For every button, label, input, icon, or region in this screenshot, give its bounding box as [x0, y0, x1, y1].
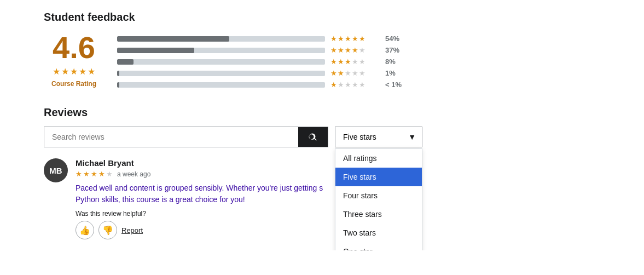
bar-star-3-5: ★ [359, 58, 365, 66]
search-button[interactable] [298, 127, 328, 147]
bar-star-4-1: ★ [330, 46, 337, 54]
review-star-2: ★ [83, 170, 90, 178]
bar-row-1: ★★★★★< 1% [117, 81, 600, 89]
bar-star-1-5: ★ [359, 81, 365, 89]
bar-star-5-4: ★ [352, 35, 358, 43]
search-icon [308, 132, 318, 142]
thumbs-up-button[interactable]: 👍 [76, 221, 94, 239]
star-1: ★ [53, 66, 60, 77]
thumbs-down-icon: 👎 [102, 225, 113, 236]
bar-fill-2 [117, 71, 119, 76]
bar-star-3-2: ★ [338, 58, 344, 66]
bar-star-1-1: ★ [330, 81, 337, 89]
bar-star-2-1: ★ [330, 69, 337, 77]
bar-star-4-5: ★ [359, 46, 365, 54]
thumbs-down-button[interactable]: 👎 [98, 221, 117, 239]
rating-bars: ★★★★★54%★★★★★37%★★★★★8%★★★★★1%★★★★★< 1% [117, 32, 600, 89]
bar-star-1-4: ★ [352, 81, 358, 89]
bar-pct-1: < 1% [385, 81, 402, 89]
bar-star-4-2: ★ [338, 46, 344, 54]
rating-summary: 4.6 ★ ★ ★ ★ ★ Course Rating [44, 32, 104, 88]
bar-star-2-5: ★ [359, 69, 365, 77]
bar-stars-3: ★★★★★ [330, 58, 380, 66]
bar-fill-5 [117, 36, 229, 42]
ratings-select[interactable]: All ratingsFive starsFour starsThree sta… [335, 127, 422, 147]
course-rating-label: Course Rating [51, 80, 96, 88]
bar-track-2 [117, 71, 325, 76]
bar-star-5-1: ★ [330, 35, 337, 43]
review-time: a week ago [117, 170, 150, 178]
ratings-filter-container: All ratingsFive starsFour starsThree sta… [335, 127, 422, 147]
dropdown-item[interactable]: Five stars [335, 168, 422, 186]
star-2: ★ [61, 66, 69, 77]
bar-stars-1: ★★★★★ [330, 81, 380, 89]
dropdown-item[interactable]: One star [335, 242, 422, 250]
avatar: MB [44, 158, 68, 182]
star-4: ★ [79, 66, 86, 77]
reviews-title: Reviews [44, 106, 600, 119]
review-text: Paced well and content is grouped sensib… [76, 182, 338, 205]
bar-row-4: ★★★★★37% [117, 46, 600, 54]
bar-star-2-2: ★ [338, 69, 344, 77]
report-link[interactable]: Report [121, 226, 143, 234]
bar-star-3-3: ★ [345, 58, 351, 66]
summary-stars: ★ ★ ★ ★ ★ [53, 66, 95, 77]
bar-row-3: ★★★★★8% [117, 58, 600, 66]
bar-pct-2: 1% [385, 69, 402, 77]
review-star-5: ★ [106, 170, 113, 178]
bar-star-3-1: ★ [330, 58, 337, 66]
bar-star-2-4: ★ [352, 69, 358, 77]
bar-row-2: ★★★★★1% [117, 69, 600, 77]
bar-star-4-3: ★ [345, 46, 351, 54]
bar-star-2-3: ★ [345, 69, 351, 77]
review-star-3: ★ [91, 170, 97, 178]
big-rating-value: 4.6 [53, 32, 95, 63]
ratings-dropdown-menu: All ratingsFive starsFour starsThree sta… [335, 148, 422, 250]
review-card: MB Michael Bryant ★ ★ ★ ★ ★ a week ago P… [44, 158, 600, 239]
feedback-section-title: Student feedback [44, 11, 600, 24]
bar-fill-1 [117, 82, 119, 88]
review-stars: ★ ★ ★ ★ ★ [76, 170, 113, 178]
search-filter-row: All ratingsFive starsFour starsThree sta… [44, 127, 600, 147]
bar-track-1 [117, 82, 325, 88]
bar-fill-4 [117, 48, 194, 53]
bar-pct-3: 8% [385, 58, 402, 66]
bar-stars-5: ★★★★★ [330, 35, 380, 43]
thumbs-up-icon: 👍 [79, 225, 90, 236]
review-star-1: ★ [76, 170, 82, 178]
bar-star-1-2: ★ [338, 81, 344, 89]
dropdown-item[interactable]: All ratings [335, 149, 422, 168]
dropdown-item[interactable]: Three stars [335, 205, 422, 224]
bar-star-5-3: ★ [345, 35, 351, 43]
bar-star-1-3: ★ [345, 81, 351, 89]
dropdown-item[interactable]: Four stars [335, 186, 422, 205]
bar-track-5 [117, 36, 325, 42]
bar-track-3 [117, 59, 325, 65]
bar-pct-5: 54% [385, 35, 402, 43]
bar-star-3-4: ★ [352, 58, 358, 66]
reviews-section: Reviews All ratingsFive starsFour starsT… [44, 106, 600, 239]
bar-track-4 [117, 48, 325, 53]
feedback-container: 4.6 ★ ★ ★ ★ ★ Course Rating ★★★★★54%★★★★… [44, 32, 600, 89]
bar-star-4-4: ★ [352, 46, 358, 54]
search-input[interactable] [44, 127, 298, 147]
bar-stars-4: ★★★★★ [330, 46, 380, 54]
search-box [44, 127, 328, 147]
review-star-4: ★ [98, 170, 105, 178]
bar-row-5: ★★★★★54% [117, 35, 600, 43]
star-3: ★ [70, 66, 78, 77]
dropdown-item[interactable]: Two stars [335, 224, 422, 242]
bar-stars-2: ★★★★★ [330, 69, 380, 77]
bar-star-5-2: ★ [338, 35, 344, 43]
bar-fill-3 [117, 59, 134, 65]
star-5: ★ [88, 66, 95, 77]
bar-star-5-5: ★ [359, 35, 365, 43]
bar-pct-4: 37% [385, 46, 402, 54]
